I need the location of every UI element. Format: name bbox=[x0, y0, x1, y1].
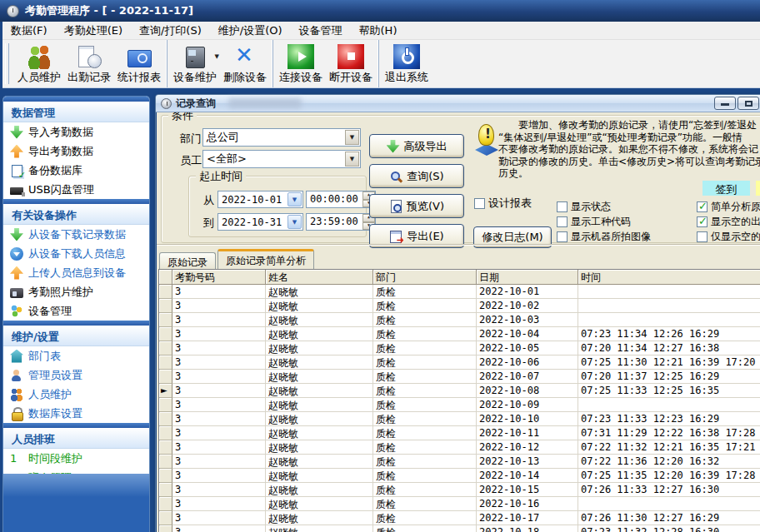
menu-item[interactable]: 考勤处理(E) bbox=[56, 22, 131, 40]
dept-select[interactable]: 总公司 ▼ bbox=[202, 128, 361, 147]
table-row[interactable]: 3 赵晓敏 质检 2022-10-18 07:23 11:32 12:28 16… bbox=[159, 525, 760, 532]
display-option-row[interactable]: 显示空的出勤 bbox=[697, 214, 760, 229]
sidebar-item[interactable]: 时间段维护 bbox=[3, 449, 149, 468]
row-selector-cell[interactable] bbox=[159, 384, 172, 398]
row-selector-cell[interactable] bbox=[159, 313, 172, 327]
table-row[interactable]: 3 赵晓敏 质检 2022-10-07 07:20 11:37 12:25 16… bbox=[159, 370, 760, 384]
sidebar-item[interactable]: 考勤照片维护 bbox=[3, 282, 149, 301]
toolbar-button[interactable]: ▼ 退出系统 bbox=[382, 40, 432, 87]
row-selector-cell[interactable] bbox=[159, 341, 172, 355]
row-selector-cell[interactable] bbox=[159, 412, 172, 426]
table-row[interactable]: 3 赵晓敏 质检 2022-10-10 07:23 11:33 12:23 16… bbox=[159, 412, 760, 426]
table-row[interactable]: 3 赵晓敏 质检 2022-10-13 07:22 11:36 12:20 16… bbox=[159, 455, 760, 469]
sidebar-item[interactable]: 导出考勤数据 bbox=[3, 142, 149, 161]
toolbar-button[interactable]: ▼ 统计报表 bbox=[114, 40, 164, 87]
row-selector-cell[interactable] bbox=[159, 299, 172, 313]
toolbar-button[interactable]: ▼ 连接设备 bbox=[276, 40, 326, 87]
row-selector-cell[interactable] bbox=[159, 355, 172, 370]
toolbar-button[interactable]: ▼ 删除设备 bbox=[220, 40, 270, 87]
column-header[interactable]: 部门 bbox=[373, 270, 477, 285]
table-row[interactable]: 3 赵晓敏 质检 2022-10-04 07:23 11:34 12:26 16… bbox=[159, 327, 760, 341]
display-option-row[interactable]: 显示状态 bbox=[557, 199, 694, 214]
row-selector-cell[interactable] bbox=[159, 511, 172, 525]
menu-item[interactable]: 查询/打印(S) bbox=[131, 22, 210, 40]
table-row[interactable]: 3 赵晓敏 质检 2022-10-15 07:26 11:33 12:27 16… bbox=[159, 483, 760, 497]
from-date-arrow-icon[interactable]: ▼ bbox=[288, 192, 302, 206]
column-header[interactable]: 时间 bbox=[578, 270, 760, 285]
display-option-checkbox[interactable] bbox=[697, 216, 708, 227]
row-selector-cell[interactable] bbox=[159, 497, 172, 511]
sidebar-item[interactable]: 从设备下载人员信息 bbox=[3, 244, 149, 263]
row-selector-cell[interactable] bbox=[159, 440, 172, 455]
row-selector-cell[interactable] bbox=[159, 370, 172, 384]
display-option-row[interactable]: 显示机器所拍图像 bbox=[557, 229, 694, 244]
maximize-button[interactable] bbox=[738, 97, 759, 110]
tab[interactable]: 原始记录 bbox=[159, 252, 216, 269]
row-selector-cell[interactable] bbox=[159, 327, 172, 341]
display-option-row[interactable]: 显示工种代码 bbox=[557, 214, 694, 229]
toolbar-grip[interactable] bbox=[5, 43, 9, 84]
row-selector-cell[interactable] bbox=[159, 525, 172, 532]
sidebar-section-header[interactable]: 维护/设置 bbox=[3, 326, 149, 346]
sidebar-section-header[interactable]: 有关设备操作 bbox=[3, 204, 149, 225]
sidebar-section-header[interactable]: 人员排班 bbox=[3, 428, 149, 449]
menu-item[interactable]: 维护/设置(O) bbox=[210, 22, 291, 40]
row-selector-cell[interactable] bbox=[159, 426, 172, 440]
sidebar-item[interactable]: 导入考勤数据 bbox=[3, 122, 149, 142]
display-option-row[interactable]: 仅显示空的出 bbox=[697, 229, 760, 244]
display-option-checkbox[interactable] bbox=[557, 216, 568, 227]
query-button[interactable]: 查询(S) bbox=[369, 164, 464, 188]
row-selector-cell[interactable] bbox=[159, 398, 172, 412]
table-row[interactable]: 3 赵晓敏 质检 2022-10-02 bbox=[159, 299, 760, 313]
dept-dropdown-arrow-icon[interactable]: ▼ bbox=[345, 130, 359, 145]
to-date-picker[interactable]: 2022-10-31 ▼ bbox=[218, 213, 303, 231]
menu-item[interactable]: 设备管理 bbox=[291, 22, 351, 40]
sidebar-item[interactable]: 人员维护 bbox=[3, 385, 149, 404]
toolbar-button[interactable]: ▼ 出勤记录 bbox=[64, 40, 114, 87]
menu-item[interactable]: 数据(F) bbox=[2, 22, 56, 40]
design-report-checkbox-row[interactable]: 设计报表 bbox=[474, 196, 532, 211]
display-option-checkbox[interactable] bbox=[697, 231, 708, 242]
tab[interactable]: 原始记录简单分析 bbox=[218, 249, 314, 269]
sidebar-item[interactable]: 设备管理 bbox=[3, 301, 149, 321]
from-date-picker[interactable]: 2022-10-01 ▼ bbox=[218, 191, 303, 208]
row-selector-cell[interactable] bbox=[159, 455, 172, 469]
display-option-checkbox[interactable] bbox=[557, 231, 568, 242]
table-row[interactable]: 3 赵晓敏 质检 2022-10-08 07:25 11:33 12:25 16… bbox=[159, 384, 760, 398]
sidebar-item[interactable]: 管理员设置 bbox=[3, 365, 149, 385]
column-header[interactable]: 考勤号码 bbox=[172, 270, 266, 285]
sidebar-item[interactable]: 上传人员信息到设备 bbox=[3, 263, 149, 282]
display-option-checkbox[interactable] bbox=[557, 201, 568, 212]
advanced-export-button[interactable]: 高级导出 bbox=[369, 134, 464, 158]
sidebar-item[interactable]: 数据库设置 bbox=[3, 404, 149, 423]
table-row[interactable]: 3 赵晓敏 质检 2022-10-16 bbox=[159, 497, 760, 511]
toolbar-button[interactable]: ▼ 设备维护 bbox=[170, 40, 220, 87]
sidebar-section-header[interactable]: 数据管理 bbox=[3, 102, 149, 122]
emp-select[interactable]: <全部> ▼ bbox=[202, 150, 361, 168]
table-row[interactable]: 3 赵晓敏 质检 2022-10-11 07:31 11:29 12:22 16… bbox=[159, 426, 760, 440]
row-selector-cell[interactable] bbox=[159, 285, 172, 299]
design-report-checkbox[interactable] bbox=[474, 198, 485, 209]
row-selector-cell[interactable] bbox=[159, 483, 172, 497]
sidebar-item[interactable]: 从设备下载记录数据 bbox=[3, 225, 149, 244]
dropdown-arrow-icon[interactable]: ▼ bbox=[215, 53, 219, 60]
table-row[interactable]: 3 赵晓敏 质检 2022-10-09 bbox=[159, 398, 760, 412]
column-header[interactable]: 日期 bbox=[477, 270, 578, 285]
preview-button[interactable]: 预览(V) bbox=[369, 194, 464, 218]
query-window-titlebar[interactable]: 记录查询 ✕ bbox=[156, 95, 760, 112]
menu-item[interactable]: 帮助(H) bbox=[351, 22, 406, 40]
sidebar-item[interactable]: 部门表 bbox=[3, 346, 149, 365]
table-row[interactable]: 3 赵晓敏 质检 2022-10-03 bbox=[159, 313, 760, 327]
sidebar-item[interactable]: USB闪盘管理 bbox=[3, 180, 149, 199]
to-date-arrow-icon[interactable]: ▼ bbox=[288, 215, 302, 229]
column-header[interactable]: 姓名 bbox=[266, 270, 373, 285]
display-option-checkbox[interactable] bbox=[697, 201, 708, 212]
minimize-button[interactable] bbox=[714, 97, 736, 110]
display-option-row[interactable]: 简单分析原始 bbox=[697, 199, 760, 214]
sidebar-item[interactable]: 备份数据库 bbox=[3, 161, 149, 180]
toolbar-button[interactable]: ▼ 人员维护 bbox=[14, 40, 64, 87]
table-row[interactable]: 3 赵晓敏 质检 2022-10-06 07:25 11:30 12:21 16… bbox=[159, 355, 760, 370]
from-time-spinner[interactable]: 00:00:00 ▲▼ bbox=[306, 191, 376, 208]
table-row[interactable]: 3 赵晓敏 质检 2022-10-14 07:25 11:35 12:20 16… bbox=[159, 469, 760, 483]
toolbar-button[interactable]: ▼ 断开设备 bbox=[326, 40, 376, 87]
